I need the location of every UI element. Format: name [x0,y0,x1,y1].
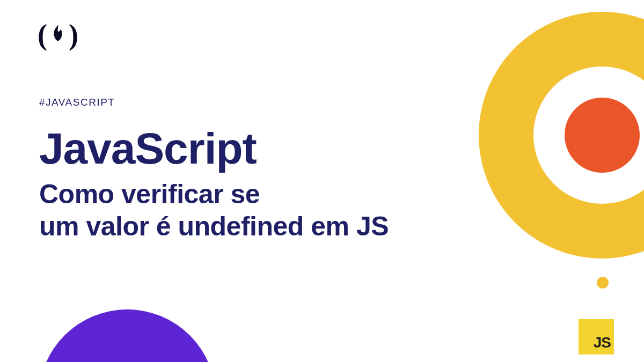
logo-right-paren: ) [69,20,78,49]
flame-icon [47,25,69,45]
subtitle-line2: um valor é undefined em JS [39,211,389,241]
decorative-dot [597,277,609,289]
hero-content: #JAVASCRIPT JavaScript Como verificar se… [39,97,389,242]
js-badge-text: JS [594,334,611,351]
decorative-ring-mid [533,67,644,204]
logo-left-paren: ( [38,20,47,49]
decorative-halfcircle [39,309,216,362]
js-badge: JS [579,319,614,354]
page-subtitle: Como verificar se um valor é undefined e… [39,178,389,242]
decorative-ring-outer [479,12,644,258]
page-title: JavaScript [39,127,389,171]
freecodecamp-logo: ( ) [38,20,78,49]
subtitle-line1: Como verificar se [39,179,260,209]
decorative-ring-inner [565,98,640,173]
category-tag: #JAVASCRIPT [39,97,389,108]
